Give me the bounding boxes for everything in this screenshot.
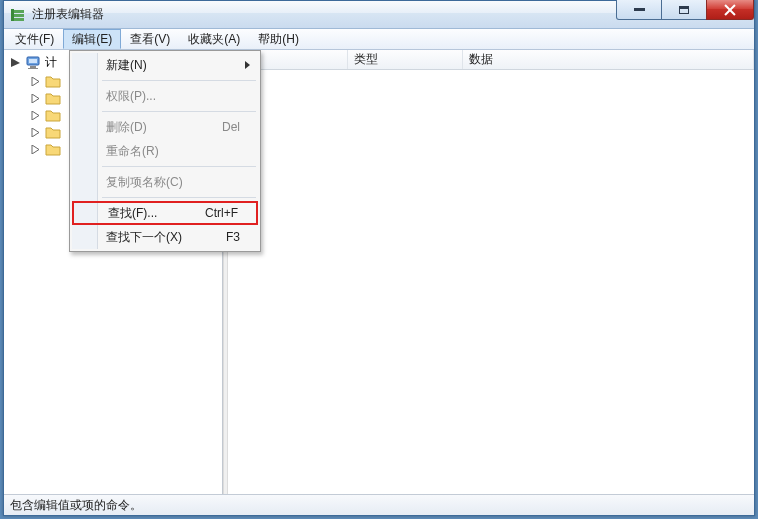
menu-item-label: 查找下一个(X) [106,229,182,246]
column-type[interactable]: 类型 [348,50,463,69]
statusbar-text: 包含编辑值或项的命令。 [10,497,142,514]
menu-item-find[interactable]: 查找(F)... Ctrl+F [72,201,258,225]
submenu-arrow-icon [245,61,250,69]
list-body[interactable] [228,70,754,494]
list-header: 名称 类型 数据 [228,50,754,70]
svg-rect-6 [30,66,36,68]
menu-shortcut: Ctrl+F [205,206,256,220]
menu-shortcut: F3 [226,230,258,244]
folder-icon [45,75,61,89]
computer-icon [25,55,41,71]
svg-rect-5 [29,59,37,63]
menu-item-label: 删除(D) [106,119,147,136]
menu-item-label: 重命名(R) [106,143,159,160]
menu-item-label: 新建(N) [106,57,147,74]
expand-icon[interactable] [30,144,41,155]
menu-file[interactable]: 文件(F) [6,29,63,49]
svg-rect-3 [11,9,14,21]
close-button[interactable] [706,0,754,20]
menu-item-permissions[interactable]: 权限(P)... [72,84,258,108]
menu-item-rename[interactable]: 重命名(R) [72,139,258,163]
expand-icon[interactable] [30,127,41,138]
menubar: 文件(F) 编辑(E) 查看(V) 收藏夹(A) 帮助(H) [4,29,754,50]
minimize-button[interactable] [616,0,662,20]
menu-item-copy-key-name[interactable]: 复制项名称(C) [72,170,258,194]
menu-item-label: 权限(P)... [106,88,156,105]
menu-item-new[interactable]: 新建(N) [72,53,258,77]
regedit-window: 注册表编辑器 文件(F) 编辑(E) 查看(V) 收藏夹(A) 帮助(H) 计 [3,0,755,516]
menu-item-delete[interactable]: 删除(D) Del [72,115,258,139]
folder-icon [45,143,61,157]
tree-root-label: 计 [45,54,57,71]
maximize-icon [679,6,689,14]
window-controls [617,0,754,20]
close-icon [724,4,736,16]
regedit-app-icon [10,7,26,23]
minimize-icon [634,8,645,11]
folder-icon [45,126,61,140]
menu-edit[interactable]: 编辑(E) [63,29,121,49]
expand-icon[interactable] [30,93,41,104]
menu-separator [102,197,256,198]
list-pane: 名称 类型 数据 [228,50,754,494]
menu-favorites[interactable]: 收藏夹(A) [179,29,249,49]
menu-separator [102,111,256,112]
expand-icon[interactable] [30,110,41,121]
collapse-icon[interactable] [10,57,21,68]
expand-icon[interactable] [30,76,41,87]
folder-icon [45,109,61,123]
titlebar[interactable]: 注册表编辑器 [4,1,754,29]
menu-help[interactable]: 帮助(H) [249,29,308,49]
maximize-button[interactable] [661,0,707,20]
svg-rect-7 [28,68,38,69]
menu-separator [102,166,256,167]
menu-item-find-next[interactable]: 查找下一个(X) F3 [72,225,258,249]
menu-item-label: 复制项名称(C) [106,174,183,191]
menu-view[interactable]: 查看(V) [121,29,179,49]
column-data[interactable]: 数据 [463,50,754,69]
statusbar: 包含编辑值或项的命令。 [4,494,754,515]
edit-dropdown-menu: 新建(N) 权限(P)... 删除(D) Del 重命名(R) 复制项名称(C)… [69,50,261,252]
folder-icon [45,92,61,106]
menu-shortcut: Del [222,120,258,134]
menu-separator [102,80,256,81]
window-title: 注册表编辑器 [32,6,104,23]
menu-item-label: 查找(F)... [108,205,157,222]
